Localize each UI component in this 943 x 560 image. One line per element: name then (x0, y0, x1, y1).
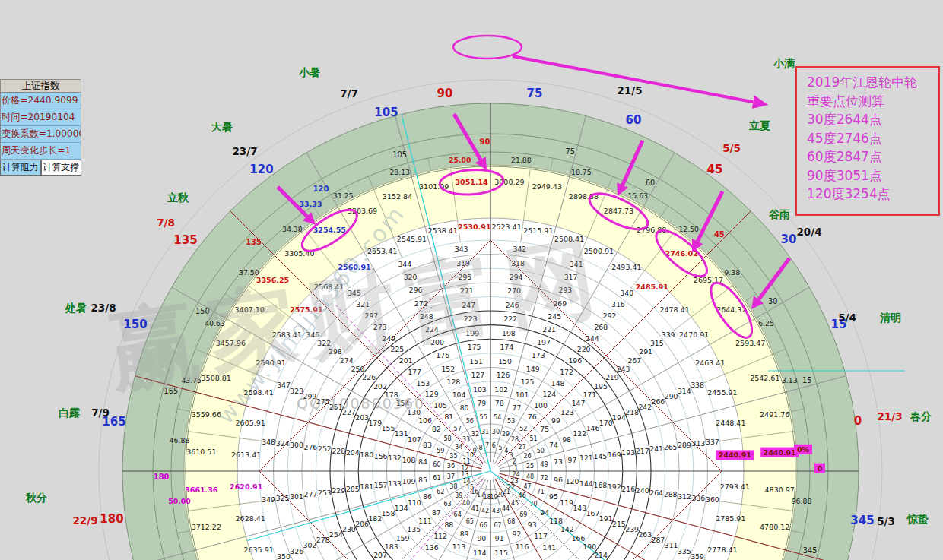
svg-text:40: 40 (462, 500, 470, 507)
svg-text:194: 194 (612, 413, 626, 422)
svg-text:159: 159 (396, 534, 410, 543)
panel-row-1: 时间=20190104 (0, 109, 81, 126)
svg-text:206: 206 (355, 520, 369, 528)
svg-text:2485.91: 2485.91 (636, 283, 668, 291)
svg-text:204: 204 (346, 448, 360, 457)
svg-text:111: 111 (418, 517, 432, 525)
svg-text:102: 102 (494, 385, 508, 394)
panel-button-1[interactable]: 计算支撑 (41, 160, 82, 176)
svg-text:133: 133 (388, 479, 402, 488)
svg-text:181: 181 (360, 482, 373, 491)
svg-text:68: 68 (507, 518, 515, 525)
svg-text:252: 252 (318, 445, 332, 453)
svg-text:339: 339 (662, 331, 675, 339)
svg-text:242: 242 (638, 403, 652, 411)
svg-text:3661.36: 3661.36 (185, 486, 218, 494)
svg-text:146: 146 (586, 424, 600, 432)
svg-text:81: 81 (444, 413, 453, 421)
solar-term-label: 清明 (880, 312, 901, 324)
svg-text:2542.61: 2542.61 (750, 374, 779, 382)
svg-text:37: 37 (447, 473, 455, 480)
svg-text:141: 141 (542, 543, 556, 552)
svg-text:337: 337 (706, 438, 719, 446)
solar-term-label: 大暑 (211, 121, 233, 133)
svg-text:278: 278 (316, 536, 330, 544)
svg-text:2448.41: 2448.41 (716, 419, 745, 427)
outer-degree-label: 120 (249, 163, 273, 176)
outer-degree-label: 90 (437, 87, 453, 100)
svg-text:0%: 0% (797, 445, 810, 454)
panel-row-3: 周天变化步长=1 (0, 143, 81, 160)
panel-button-0[interactable]: 计算阻力 (0, 160, 41, 176)
svg-text:191: 191 (599, 514, 613, 523)
svg-text:360: 360 (706, 495, 719, 504)
outer-degree-label: 75 (527, 87, 543, 100)
svg-text:2635.91: 2635.91 (243, 546, 273, 554)
svg-text:359: 359 (691, 552, 704, 560)
svg-text:27: 27 (519, 444, 526, 451)
svg-text:3152.84: 3152.84 (383, 192, 412, 201)
svg-text:120: 120 (313, 185, 329, 193)
note-line-2: 30度2644点 (807, 110, 935, 129)
outer-degree-label: 105 (374, 106, 398, 119)
svg-text:264: 264 (649, 489, 663, 497)
svg-text:117: 117 (534, 532, 548, 540)
svg-text:113: 113 (452, 543, 466, 551)
svg-text:94: 94 (540, 508, 549, 517)
svg-text:312: 312 (678, 492, 691, 501)
svg-text:179: 179 (368, 419, 382, 427)
svg-text:33: 33 (462, 436, 470, 443)
svg-text:135: 135 (407, 525, 421, 533)
svg-text:315: 315 (650, 339, 664, 347)
svg-text:50.00: 50.00 (168, 497, 191, 505)
svg-text:62: 62 (437, 489, 444, 495)
instrument-name: 上证指数 (0, 79, 81, 93)
svg-text:15: 15 (802, 376, 811, 384)
svg-text:74: 74 (549, 441, 558, 449)
svg-text:136: 136 (425, 543, 439, 552)
svg-text:152: 152 (441, 365, 455, 373)
svg-text:244: 244 (586, 334, 599, 343)
svg-text:66: 66 (480, 522, 487, 529)
svg-text:229: 229 (332, 486, 345, 495)
date-label: 5/5 (722, 142, 741, 154)
svg-text:3712.22: 3712.22 (192, 523, 221, 531)
date-label: 5/3 (877, 515, 895, 527)
svg-text:95: 95 (549, 492, 558, 501)
svg-text:340: 340 (620, 289, 633, 297)
svg-text:195: 195 (594, 382, 608, 391)
svg-text:63: 63 (443, 501, 451, 508)
svg-text:9.38: 9.38 (724, 268, 740, 277)
svg-text:25.00: 25.00 (449, 156, 472, 164)
date-label: 7/9 (91, 407, 110, 419)
svg-text:122: 122 (573, 429, 586, 438)
solar-term-label: 谷雨 (768, 208, 790, 220)
svg-text:142: 142 (560, 525, 574, 533)
svg-text:205: 205 (346, 485, 360, 493)
svg-text:228: 228 (332, 447, 345, 455)
svg-text:28.13: 28.13 (389, 168, 410, 176)
svg-text:30: 30 (492, 429, 500, 435)
svg-text:2778.41: 2778.41 (707, 546, 737, 554)
svg-text:145: 145 (594, 452, 608, 460)
svg-text:90: 90 (480, 138, 491, 146)
svg-text:41: 41 (472, 505, 479, 512)
svg-text:35: 35 (449, 453, 457, 460)
svg-text:158: 158 (382, 509, 395, 517)
svg-text:80: 80 (460, 403, 469, 412)
svg-text:196: 196 (568, 356, 582, 365)
svg-text:99: 99 (551, 416, 560, 425)
svg-text:3000.29: 3000.29 (494, 178, 524, 186)
svg-text:71: 71 (537, 489, 545, 495)
svg-text:218: 218 (625, 408, 639, 416)
svg-text:267: 267 (627, 356, 641, 365)
svg-text:38: 38 (449, 483, 457, 490)
outer-degree-label: 60 (626, 113, 642, 127)
svg-text:32: 32 (472, 431, 479, 438)
svg-text:101: 101 (516, 391, 529, 399)
svg-text:2463.41: 2463.41 (695, 359, 725, 367)
solar-term-label: 白露 (59, 407, 81, 419)
svg-text:167: 167 (586, 509, 600, 517)
svg-text:326: 326 (290, 547, 303, 555)
svg-text:2847.73: 2847.73 (604, 207, 633, 215)
